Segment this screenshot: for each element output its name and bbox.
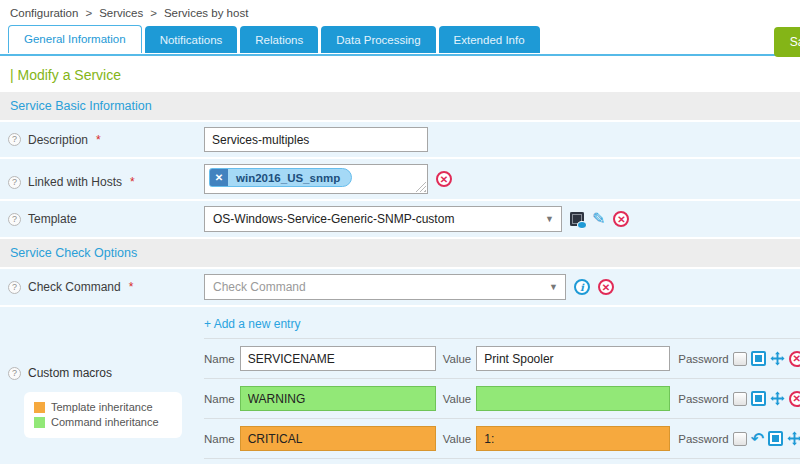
- inheritance-legend: Template inheritanceCommand inheritance: [24, 392, 182, 438]
- help-icon[interactable]: ?: [8, 176, 21, 189]
- macro-name-input[interactable]: [240, 426, 436, 451]
- move-icon[interactable]: [787, 431, 800, 446]
- legend-item: Command inheritance: [34, 415, 174, 430]
- macro-password-label: Password: [678, 393, 729, 405]
- breadcrumb-separator: >: [150, 7, 157, 19]
- macro-value-input[interactable]: [476, 426, 670, 451]
- help-icon[interactable]: ?: [8, 133, 21, 146]
- breadcrumb: Configuration>Services>Services by host: [0, 0, 800, 24]
- linked-hosts-box[interactable]: ✕win2016_US_snmp: [204, 164, 428, 194]
- macro-row: Name Value Password ↶ ✕: [204, 378, 800, 418]
- add-new-entry-link[interactable]: + Add a new entry: [204, 312, 800, 338]
- resize-handle[interactable]: [415, 181, 426, 192]
- tab-general-information[interactable]: General Information: [8, 25, 142, 53]
- macro-row: Name Value Password ↶ ✕: [204, 418, 800, 458]
- macro-name-input[interactable]: [240, 386, 436, 411]
- tabbar-underline: [0, 54, 800, 56]
- tab-bar: General InformationNotificationsRelation…: [0, 25, 800, 56]
- macro-name-label: Name: [204, 433, 235, 445]
- move-icon[interactable]: [770, 351, 785, 366]
- tab-relations[interactable]: Relations: [240, 26, 318, 53]
- macro-name-label: Name: [204, 393, 235, 405]
- row-custom-macros: ? Custom macros Template inheritanceComm…: [0, 307, 800, 464]
- template-label: Template: [28, 212, 77, 226]
- required-asterisk: *: [129, 280, 134, 294]
- check-command-select[interactable]: Check Command ▼: [204, 274, 566, 300]
- check-command-label: Check Command: [28, 280, 121, 294]
- clear-hosts-icon[interactable]: ✕: [436, 171, 452, 187]
- macro-password-label: Password: [678, 353, 729, 365]
- password-checkbox[interactable]: [733, 352, 747, 366]
- host-chip: ✕win2016_US_snmp: [209, 168, 352, 187]
- info-icon[interactable]: i: [574, 279, 590, 295]
- row-linked-hosts: ? Linked with Hosts * ✕win2016_US_snmp ✕: [0, 159, 800, 199]
- chevron-down-icon: ▼: [545, 214, 554, 224]
- template-select[interactable]: OS-Windows-Service-Generic-SNMP-custom ▼: [204, 206, 562, 232]
- page-title: | Modify a Service: [0, 56, 800, 92]
- remove-chip-icon[interactable]: ✕: [210, 168, 228, 187]
- macro-row: Name Value Password ↶ ✕: [204, 458, 800, 464]
- legend-label: Command inheritance: [51, 415, 159, 430]
- breadcrumb-item[interactable]: Services by host: [164, 7, 248, 19]
- linked-hosts-label: Linked with Hosts: [28, 175, 122, 189]
- custom-macros-area: + Add a new entry Name Value Password ↶ …: [204, 312, 800, 464]
- legend-item: Template inheritance: [34, 400, 174, 415]
- macro-name-input[interactable]: [240, 346, 436, 371]
- check-command-placeholder: Check Command: [213, 280, 306, 294]
- macro-value-input[interactable]: [476, 346, 670, 371]
- delete-macro-icon[interactable]: ✕: [789, 351, 800, 367]
- macro-description-icon[interactable]: [751, 391, 766, 406]
- edit-pencil-icon[interactable]: ✎: [592, 211, 605, 227]
- tab-notifications[interactable]: Notifications: [145, 26, 238, 53]
- save-button[interactable]: Save: [774, 27, 800, 57]
- help-icon[interactable]: ?: [8, 213, 21, 226]
- row-description: ? Description *: [0, 122, 800, 157]
- tab-data-processing[interactable]: Data Processing: [321, 26, 435, 53]
- section-header-basic: Service Basic Information: [0, 92, 800, 120]
- macro-name-label: Name: [204, 353, 235, 365]
- move-icon[interactable]: [770, 391, 785, 406]
- template-selected-value: OS-Windows-Service-Generic-SNMP-custom: [213, 212, 454, 226]
- macro-row: Name Value Password ↶ ✕: [204, 338, 800, 378]
- macro-value-input[interactable]: [476, 386, 670, 411]
- description-input[interactable]: [204, 127, 428, 152]
- breadcrumb-item[interactable]: Configuration: [10, 7, 78, 19]
- delete-macro-icon[interactable]: ✕: [789, 391, 800, 407]
- legend-swatch: [34, 402, 45, 413]
- breadcrumb-item[interactable]: Services: [99, 7, 143, 19]
- macro-value-label: Value: [443, 353, 472, 365]
- macro-description-icon[interactable]: [768, 431, 783, 446]
- breadcrumb-separator: >: [85, 7, 92, 19]
- clear-check-command-icon[interactable]: ✕: [598, 279, 614, 295]
- legend-label: Template inheritance: [51, 400, 153, 415]
- required-asterisk: *: [130, 175, 135, 189]
- section-header-check: Service Check Options: [0, 239, 800, 267]
- custom-macros-label: Custom macros: [28, 366, 112, 380]
- clear-template-icon[interactable]: ✕: [613, 211, 629, 227]
- custom-macros-label-cell: ? Custom macros Template inheritanceComm…: [8, 312, 204, 464]
- password-checkbox[interactable]: [733, 392, 747, 406]
- chevron-down-icon: ▼: [549, 282, 558, 292]
- macro-value-label: Value: [443, 393, 472, 405]
- tab-extended-info[interactable]: Extended Info: [439, 26, 540, 53]
- row-template: ? Template OS-Windows-Service-Generic-SN…: [0, 201, 800, 237]
- macro-value-label: Value: [443, 433, 472, 445]
- help-icon[interactable]: ?: [8, 281, 21, 294]
- view-template-icon[interactable]: [570, 212, 584, 226]
- description-label: Description: [28, 133, 88, 147]
- required-asterisk: *: [96, 133, 101, 147]
- macro-password-label: Password: [678, 433, 729, 445]
- host-chip-label: win2016_US_snmp: [228, 172, 351, 184]
- row-check-command: ? Check Command * Check Command ▼ i ✕: [0, 269, 800, 305]
- password-checkbox[interactable]: [733, 432, 747, 446]
- undo-icon[interactable]: ↶: [751, 432, 764, 446]
- macro-description-icon[interactable]: [751, 351, 766, 366]
- legend-swatch: [34, 417, 45, 428]
- help-icon[interactable]: ?: [8, 367, 21, 380]
